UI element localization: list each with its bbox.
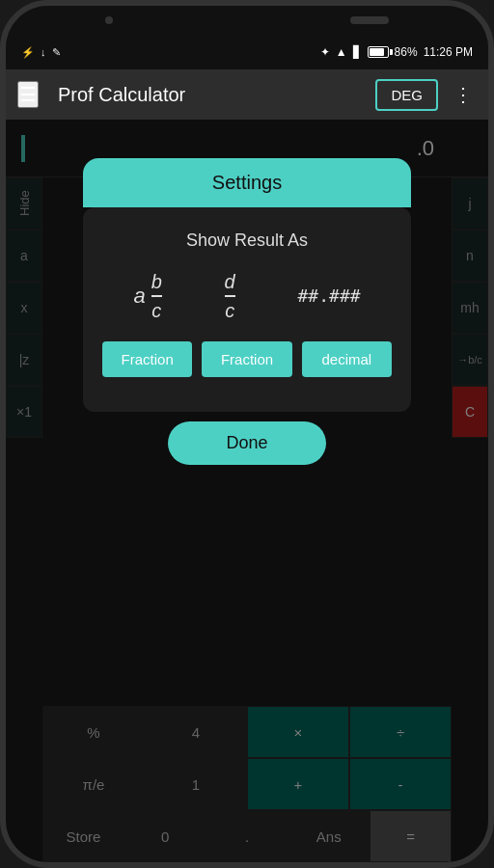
deg-button[interactable]: DEG xyxy=(375,79,438,111)
battery-icon xyxy=(368,46,389,58)
modal-overlay: Settings Show Result As a b c xyxy=(6,120,488,862)
bluetooth-icon: ✦ xyxy=(320,45,330,59)
battery-percent: 86% xyxy=(395,45,418,59)
decimal-btn[interactable]: decimal xyxy=(302,341,392,377)
phone-frame: ⚡ ↓ ✎ ✦ ▲ ▋ 86% 11:26 PM ☰ Prof Calculat… xyxy=(0,0,494,868)
settings-header: Settings xyxy=(83,158,411,207)
decimal-option: ##.### xyxy=(298,285,361,306)
fraction2-line xyxy=(225,295,235,297)
app-title: Prof Calculator xyxy=(58,84,364,106)
phone-notch xyxy=(6,6,488,35)
fraction-option-1: a b c xyxy=(133,270,161,322)
status-icons-right: ✦ ▲ ▋ 86% 11:26 PM xyxy=(320,45,473,59)
fraction1-num: b xyxy=(151,270,162,293)
fraction2-den: c xyxy=(225,299,234,322)
clock: 11:26 PM xyxy=(424,45,473,59)
status-icons-left: ⚡ ↓ ✎ xyxy=(21,46,61,59)
wifi-icon: ▲ xyxy=(336,45,347,59)
toolbar: ☰ Prof Calculator DEG ⋮ xyxy=(6,69,488,120)
show-result-dialog: Show Result As a b c xyxy=(83,207,411,412)
status-bar: ⚡ ↓ ✎ ✦ ▲ ▋ 86% 11:26 PM xyxy=(6,35,488,69)
done-button[interactable]: Done xyxy=(168,421,325,465)
fraction-btn-2[interactable]: Fraction xyxy=(202,341,291,377)
fraction-btn-1[interactable]: Fraction xyxy=(102,341,192,377)
calculator-area: .0 Hide a x |z ×1 j n mh →b/c C % 4 × ÷ xyxy=(6,120,488,862)
fraction1-line xyxy=(151,295,162,297)
more-options-button[interactable]: ⋮ xyxy=(450,79,477,110)
fraction1-whole: a xyxy=(133,284,145,309)
usb-icon: ⚡ xyxy=(21,46,35,59)
done-button-container: Done xyxy=(168,421,325,465)
settings-header-container: Settings xyxy=(83,158,411,207)
camera-dot xyxy=(105,16,113,24)
settings-title: Settings xyxy=(212,172,282,193)
hamburger-button[interactable]: ☰ xyxy=(17,81,39,108)
fraction-options: a b c d c xyxy=(102,270,392,322)
signal-icon: ▋ xyxy=(353,45,362,59)
speaker xyxy=(350,16,389,24)
download-icon: ↓ xyxy=(41,46,46,58)
option-buttons: Fraction Fraction decimal xyxy=(102,341,392,377)
fraction2-num: d xyxy=(225,270,235,293)
edit-icon: ✎ xyxy=(52,46,61,59)
decimal-display: ##.### xyxy=(298,285,361,306)
dialog-title: Show Result As xyxy=(102,231,392,251)
fraction-option-2: d c xyxy=(225,270,235,322)
battery-fill xyxy=(370,48,384,56)
fraction1-den: c xyxy=(151,299,161,322)
